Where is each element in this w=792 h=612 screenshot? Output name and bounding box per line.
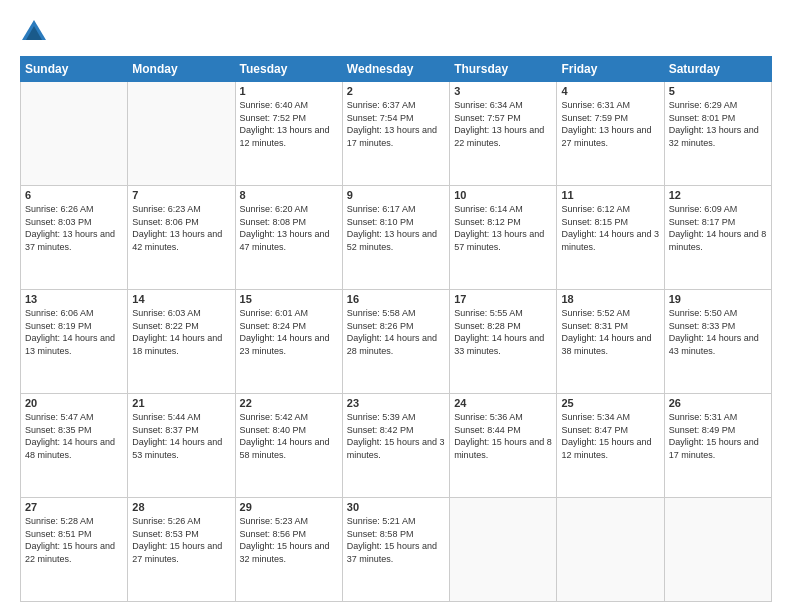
- day-number: 4: [561, 85, 659, 97]
- day-number: 23: [347, 397, 445, 409]
- day-number: 20: [25, 397, 123, 409]
- day-number: 26: [669, 397, 767, 409]
- day-info: Sunrise: 6:09 AM Sunset: 8:17 PM Dayligh…: [669, 203, 767, 253]
- calendar-day-9: 9Sunrise: 6:17 AM Sunset: 8:10 PM Daylig…: [342, 186, 449, 290]
- day-info: Sunrise: 6:01 AM Sunset: 8:24 PM Dayligh…: [240, 307, 338, 357]
- day-info: Sunrise: 5:52 AM Sunset: 8:31 PM Dayligh…: [561, 307, 659, 357]
- day-number: 16: [347, 293, 445, 305]
- calendar-day-7: 7Sunrise: 6:23 AM Sunset: 8:06 PM Daylig…: [128, 186, 235, 290]
- day-number: 29: [240, 501, 338, 513]
- calendar-day-26: 26Sunrise: 5:31 AM Sunset: 8:49 PM Dayli…: [664, 394, 771, 498]
- day-info: Sunrise: 6:23 AM Sunset: 8:06 PM Dayligh…: [132, 203, 230, 253]
- calendar-header-row: SundayMondayTuesdayWednesdayThursdayFrid…: [21, 57, 772, 82]
- day-info: Sunrise: 6:06 AM Sunset: 8:19 PM Dayligh…: [25, 307, 123, 357]
- day-info: Sunrise: 5:50 AM Sunset: 8:33 PM Dayligh…: [669, 307, 767, 357]
- calendar-day-6: 6Sunrise: 6:26 AM Sunset: 8:03 PM Daylig…: [21, 186, 128, 290]
- day-number: 5: [669, 85, 767, 97]
- calendar-weekday-wednesday: Wednesday: [342, 57, 449, 82]
- day-info: Sunrise: 6:40 AM Sunset: 7:52 PM Dayligh…: [240, 99, 338, 149]
- day-info: Sunrise: 5:23 AM Sunset: 8:56 PM Dayligh…: [240, 515, 338, 565]
- calendar-weekday-thursday: Thursday: [450, 57, 557, 82]
- day-info: Sunrise: 6:37 AM Sunset: 7:54 PM Dayligh…: [347, 99, 445, 149]
- calendar-day-1: 1Sunrise: 6:40 AM Sunset: 7:52 PM Daylig…: [235, 82, 342, 186]
- calendar-weekday-tuesday: Tuesday: [235, 57, 342, 82]
- day-number: 2: [347, 85, 445, 97]
- day-info: Sunrise: 6:31 AM Sunset: 7:59 PM Dayligh…: [561, 99, 659, 149]
- calendar-week-row: 13Sunrise: 6:06 AM Sunset: 8:19 PM Dayli…: [21, 290, 772, 394]
- day-info: Sunrise: 5:31 AM Sunset: 8:49 PM Dayligh…: [669, 411, 767, 461]
- calendar-week-row: 6Sunrise: 6:26 AM Sunset: 8:03 PM Daylig…: [21, 186, 772, 290]
- day-number: 19: [669, 293, 767, 305]
- day-info: Sunrise: 5:34 AM Sunset: 8:47 PM Dayligh…: [561, 411, 659, 461]
- calendar-day-8: 8Sunrise: 6:20 AM Sunset: 8:08 PM Daylig…: [235, 186, 342, 290]
- day-number: 15: [240, 293, 338, 305]
- day-number: 27: [25, 501, 123, 513]
- day-number: 30: [347, 501, 445, 513]
- calendar-day-28: 28Sunrise: 5:26 AM Sunset: 8:53 PM Dayli…: [128, 498, 235, 602]
- day-number: 21: [132, 397, 230, 409]
- day-number: 28: [132, 501, 230, 513]
- calendar-day-3: 3Sunrise: 6:34 AM Sunset: 7:57 PM Daylig…: [450, 82, 557, 186]
- day-number: 6: [25, 189, 123, 201]
- calendar-day-21: 21Sunrise: 5:44 AM Sunset: 8:37 PM Dayli…: [128, 394, 235, 498]
- calendar-day-24: 24Sunrise: 5:36 AM Sunset: 8:44 PM Dayli…: [450, 394, 557, 498]
- calendar-day-25: 25Sunrise: 5:34 AM Sunset: 8:47 PM Dayli…: [557, 394, 664, 498]
- calendar-weekday-sunday: Sunday: [21, 57, 128, 82]
- calendar-day-19: 19Sunrise: 5:50 AM Sunset: 8:33 PM Dayli…: [664, 290, 771, 394]
- day-number: 1: [240, 85, 338, 97]
- day-info: Sunrise: 6:03 AM Sunset: 8:22 PM Dayligh…: [132, 307, 230, 357]
- day-number: 10: [454, 189, 552, 201]
- calendar-day-30: 30Sunrise: 5:21 AM Sunset: 8:58 PM Dayli…: [342, 498, 449, 602]
- logo: [20, 18, 52, 46]
- day-number: 22: [240, 397, 338, 409]
- calendar-empty-cell: [664, 498, 771, 602]
- day-info: Sunrise: 5:26 AM Sunset: 8:53 PM Dayligh…: [132, 515, 230, 565]
- calendar-day-11: 11Sunrise: 6:12 AM Sunset: 8:15 PM Dayli…: [557, 186, 664, 290]
- calendar-day-16: 16Sunrise: 5:58 AM Sunset: 8:26 PM Dayli…: [342, 290, 449, 394]
- day-info: Sunrise: 5:28 AM Sunset: 8:51 PM Dayligh…: [25, 515, 123, 565]
- calendar-day-5: 5Sunrise: 6:29 AM Sunset: 8:01 PM Daylig…: [664, 82, 771, 186]
- day-info: Sunrise: 6:34 AM Sunset: 7:57 PM Dayligh…: [454, 99, 552, 149]
- day-info: Sunrise: 5:39 AM Sunset: 8:42 PM Dayligh…: [347, 411, 445, 461]
- calendar-weekday-friday: Friday: [557, 57, 664, 82]
- calendar-empty-cell: [557, 498, 664, 602]
- calendar-day-20: 20Sunrise: 5:47 AM Sunset: 8:35 PM Dayli…: [21, 394, 128, 498]
- day-number: 18: [561, 293, 659, 305]
- day-number: 3: [454, 85, 552, 97]
- calendar-day-22: 22Sunrise: 5:42 AM Sunset: 8:40 PM Dayli…: [235, 394, 342, 498]
- calendar-day-15: 15Sunrise: 6:01 AM Sunset: 8:24 PM Dayli…: [235, 290, 342, 394]
- calendar-empty-cell: [128, 82, 235, 186]
- day-number: 8: [240, 189, 338, 201]
- day-number: 11: [561, 189, 659, 201]
- day-info: Sunrise: 6:26 AM Sunset: 8:03 PM Dayligh…: [25, 203, 123, 253]
- day-info: Sunrise: 5:44 AM Sunset: 8:37 PM Dayligh…: [132, 411, 230, 461]
- day-number: 24: [454, 397, 552, 409]
- day-info: Sunrise: 6:14 AM Sunset: 8:12 PM Dayligh…: [454, 203, 552, 253]
- day-info: Sunrise: 6:20 AM Sunset: 8:08 PM Dayligh…: [240, 203, 338, 253]
- calendar-week-row: 27Sunrise: 5:28 AM Sunset: 8:51 PM Dayli…: [21, 498, 772, 602]
- calendar-day-18: 18Sunrise: 5:52 AM Sunset: 8:31 PM Dayli…: [557, 290, 664, 394]
- calendar-day-14: 14Sunrise: 6:03 AM Sunset: 8:22 PM Dayli…: [128, 290, 235, 394]
- day-number: 7: [132, 189, 230, 201]
- calendar-week-row: 20Sunrise: 5:47 AM Sunset: 8:35 PM Dayli…: [21, 394, 772, 498]
- day-info: Sunrise: 5:58 AM Sunset: 8:26 PM Dayligh…: [347, 307, 445, 357]
- day-number: 12: [669, 189, 767, 201]
- calendar-day-13: 13Sunrise: 6:06 AM Sunset: 8:19 PM Dayli…: [21, 290, 128, 394]
- calendar-day-12: 12Sunrise: 6:09 AM Sunset: 8:17 PM Dayli…: [664, 186, 771, 290]
- day-number: 13: [25, 293, 123, 305]
- day-info: Sunrise: 6:17 AM Sunset: 8:10 PM Dayligh…: [347, 203, 445, 253]
- calendar-week-row: 1Sunrise: 6:40 AM Sunset: 7:52 PM Daylig…: [21, 82, 772, 186]
- day-info: Sunrise: 5:21 AM Sunset: 8:58 PM Dayligh…: [347, 515, 445, 565]
- calendar-day-10: 10Sunrise: 6:14 AM Sunset: 8:12 PM Dayli…: [450, 186, 557, 290]
- calendar-day-4: 4Sunrise: 6:31 AM Sunset: 7:59 PM Daylig…: [557, 82, 664, 186]
- day-info: Sunrise: 5:47 AM Sunset: 8:35 PM Dayligh…: [25, 411, 123, 461]
- calendar-day-23: 23Sunrise: 5:39 AM Sunset: 8:42 PM Dayli…: [342, 394, 449, 498]
- calendar-weekday-saturday: Saturday: [664, 57, 771, 82]
- logo-icon: [20, 18, 48, 46]
- day-info: Sunrise: 5:55 AM Sunset: 8:28 PM Dayligh…: [454, 307, 552, 357]
- calendar-table: SundayMondayTuesdayWednesdayThursdayFrid…: [20, 56, 772, 602]
- day-number: 17: [454, 293, 552, 305]
- calendar-empty-cell: [450, 498, 557, 602]
- page-header: [20, 18, 772, 46]
- calendar-day-17: 17Sunrise: 5:55 AM Sunset: 8:28 PM Dayli…: [450, 290, 557, 394]
